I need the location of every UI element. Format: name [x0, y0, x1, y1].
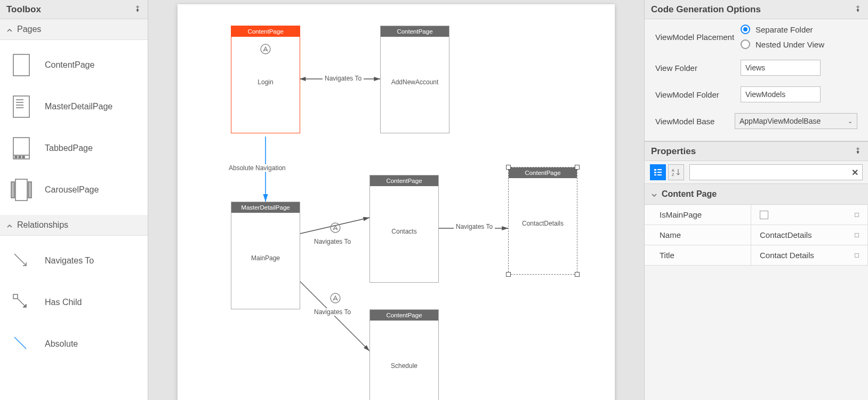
carouselpage-icon	[11, 178, 32, 202]
tool-carouselpage[interactable]: CarouselPage	[0, 169, 148, 211]
node-mainpage[interactable]: MasterDetailPage MainPage	[231, 202, 300, 309]
view-folder-input[interactable]	[741, 60, 821, 76]
radio-label: Separate Folder	[756, 25, 813, 34]
compass-icon	[260, 43, 271, 55]
categorized-view-button[interactable]	[650, 164, 666, 180]
connector-label: Navigates To	[312, 238, 353, 245]
canvas-viewport[interactable]: Navigates To Absolute Navigation Navigat…	[148, 0, 644, 400]
pin-icon[interactable]	[134, 5, 141, 14]
tool-haschild[interactable]: Has Child	[0, 282, 148, 323]
compass-icon	[329, 222, 341, 234]
svg-rect-26	[654, 169, 656, 171]
chevron-down-icon	[651, 191, 657, 197]
svg-rect-11	[15, 179, 27, 201]
haschild-icon	[11, 290, 32, 315]
relationships-section-header[interactable]: Relationships	[0, 215, 148, 236]
svg-point-23	[331, 223, 340, 233]
compass-icon	[329, 292, 341, 304]
properties-grid: IsMainPage Name ContactDetails Title Con…	[645, 205, 868, 266]
node-label: Schedule	[391, 362, 417, 370]
codegen-title: Code Generation Options	[651, 4, 761, 15]
prop-ismainpage-value[interactable]	[751, 205, 868, 225]
radio-label: Nested Under View	[756, 40, 824, 49]
pin-icon[interactable]	[854, 147, 862, 156]
properties-section-label: Content Page	[662, 189, 717, 199]
node-addnewaccount[interactable]: ContentPage AddNewAccount	[380, 26, 449, 133]
pages-tool-list: ContentPage MasterDetailPage TabbedPage …	[0, 40, 148, 215]
navigatesto-icon	[11, 249, 32, 273]
node-label: AddNewAccount	[391, 78, 439, 86]
resize-handle[interactable]	[506, 165, 511, 170]
svg-line-14	[14, 254, 26, 266]
canvas[interactable]: Navigates To Absolute Navigation Navigat…	[178, 4, 615, 400]
vm-folder-label: ViewModel Folder	[655, 90, 741, 99]
node-type: ContentPage	[231, 26, 300, 37]
properties-header: Properties	[645, 142, 868, 161]
svg-rect-1	[13, 96, 29, 117]
vm-placement-label: ViewModel Placement	[655, 33, 741, 42]
tool-label: TabbedPage	[45, 143, 93, 153]
absolute-icon	[11, 332, 32, 356]
svg-rect-15	[13, 294, 18, 299]
tool-absolute[interactable]: Absolute	[0, 323, 148, 365]
prop-marker-icon[interactable]	[855, 213, 859, 217]
tool-label: Absolute	[45, 339, 78, 349]
svg-point-25	[261, 44, 270, 54]
prop-title-label: Title	[645, 245, 751, 266]
svg-rect-9	[19, 156, 21, 158]
resize-handle[interactable]	[575, 272, 580, 277]
relationships-tool-list: Navigates To Has Child Absolute	[0, 236, 148, 369]
radio-icon	[741, 39, 750, 49]
svg-rect-13	[28, 182, 31, 198]
vm-base-combo[interactable]: AppMapViewModelBase ⌄	[735, 113, 857, 129]
tool-masterdetailpage[interactable]: MasterDetailPage	[0, 86, 148, 127]
tool-navigatesto[interactable]: Navigates To	[0, 240, 148, 282]
vm-folder-row: ViewModel Folder	[645, 81, 868, 108]
prop-marker-icon[interactable]	[855, 253, 859, 258]
prop-name-value[interactable]: ContactDetails	[751, 225, 868, 245]
checkbox-icon[interactable]	[760, 211, 768, 219]
properties-section-header[interactable]: Content Page	[645, 183, 868, 205]
node-contactdetails[interactable]: ContentPage ContactDetails	[508, 167, 577, 275]
view-folder-row: View Folder	[645, 54, 868, 81]
properties-title: Properties	[651, 146, 696, 157]
svg-point-24	[331, 293, 340, 303]
connector-label: Navigates To	[312, 308, 353, 316]
tabbedpage-icon	[11, 136, 32, 161]
prop-title-value[interactable]: Contact Details	[751, 245, 868, 266]
pages-section-label: Pages	[17, 25, 41, 34]
codegen-panel: Code Generation Options ViewModel Placem…	[645, 0, 868, 141]
node-type: ContentPage	[370, 175, 438, 186]
node-label: Login	[258, 78, 273, 86]
clear-icon[interactable]: ✕	[851, 167, 858, 178]
prop-name-label: Name	[645, 225, 751, 245]
node-type: ContentPage	[381, 26, 449, 37]
node-contacts[interactable]: ContentPage Contacts	[369, 175, 439, 283]
node-schedule[interactable]: ContentPage Schedule	[369, 309, 439, 400]
resize-handle[interactable]	[575, 165, 580, 170]
tool-label: MasterDetailPage	[45, 102, 112, 111]
svg-text:A: A	[672, 169, 674, 172]
node-label: Contacts	[391, 228, 416, 235]
resize-handle[interactable]	[506, 272, 511, 277]
chevron-down-icon: ⌄	[848, 118, 853, 125]
prop-marker-icon[interactable]	[855, 233, 859, 237]
pages-section-header[interactable]: Pages	[0, 19, 148, 40]
prop-ismainpage-label: IsMainPage	[645, 205, 751, 225]
svg-rect-8	[15, 156, 17, 158]
properties-search-input[interactable]	[689, 164, 863, 180]
tool-label: ContentPage	[45, 60, 94, 70]
radio-nested-under-view[interactable]: Nested Under View	[741, 39, 857, 49]
vm-base-row: ViewModel Base AppMapViewModelBase ⌄	[645, 108, 868, 141]
alpha-sort-button[interactable]: AZ	[668, 164, 684, 180]
vm-folder-input[interactable]	[741, 86, 821, 102]
codegen-header: Code Generation Options	[645, 0, 868, 19]
node-type: ContentPage	[509, 167, 577, 178]
node-label: MainPage	[251, 254, 280, 262]
pin-icon[interactable]	[854, 5, 862, 14]
node-login[interactable]: ContentPage Login	[231, 26, 300, 133]
svg-rect-12	[11, 182, 14, 198]
tool-tabbedpage[interactable]: TabbedPage	[0, 127, 148, 169]
tool-contentpage[interactable]: ContentPage	[0, 44, 148, 86]
radio-separate-folder[interactable]: Separate Folder	[741, 25, 857, 34]
